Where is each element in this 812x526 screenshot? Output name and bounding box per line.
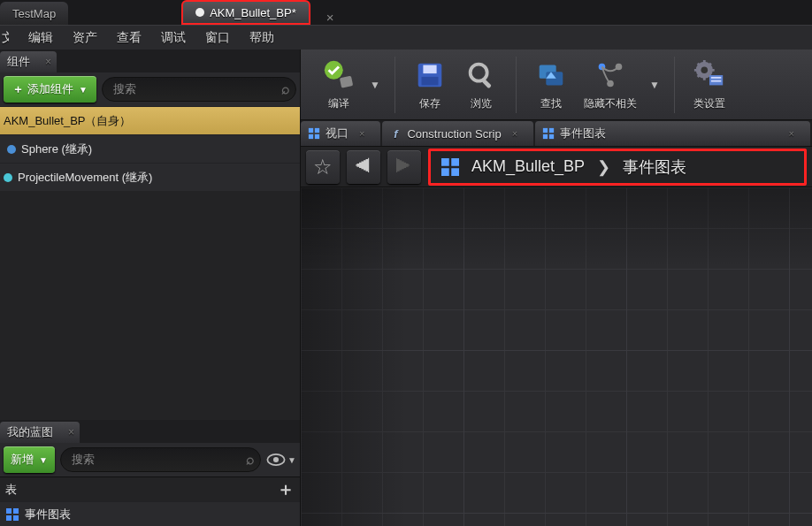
class-settings-button[interactable]: 类设置	[686, 57, 733, 111]
graph-tab-bar: 视口 × f Construction Scrip × 事件图表 ×	[301, 120, 812, 147]
chevron-down-icon: ▼	[39, 455, 48, 465]
menu-help[interactable]: 帮助	[249, 30, 274, 46]
main-toolbar: 编译 ▼ 保存 浏览	[301, 50, 812, 120]
chevron-down-icon[interactable]: ▼	[287, 455, 296, 465]
close-icon[interactable]: ×	[45, 56, 51, 68]
chevron-down-icon: ▼	[79, 85, 88, 95]
tree-root-self[interactable]: AKM_Bullet_BP（自身）	[0, 106, 300, 134]
svg-rect-5	[13, 515, 19, 521]
components-search-input[interactable]: 搜索 ⌕	[102, 77, 296, 102]
tab-label: 视口	[326, 126, 349, 141]
tree-label: 事件图表	[25, 507, 71, 522]
hide-unrelated-button[interactable]: 隐藏不相关	[578, 57, 642, 111]
svg-rect-2	[6, 508, 11, 514]
close-icon[interactable]: ×	[512, 128, 517, 139]
document-tab-bp[interactable]: AKM_Bullet_BP*	[181, 0, 310, 25]
svg-rect-24	[315, 128, 319, 133]
svg-rect-31	[441, 158, 449, 166]
tab-label: 事件图表	[560, 126, 606, 141]
svg-rect-29	[543, 134, 548, 139]
menu-edit[interactable]: 编辑	[28, 30, 53, 46]
graph-nav-bar: ☆ ⯇ ⯈ AKM_Bullet_BP ❯ 事件图表	[301, 147, 812, 187]
svg-rect-25	[309, 134, 313, 139]
chevron-right-icon: ❯	[597, 157, 610, 177]
button-label: 保存	[419, 96, 440, 111]
svg-rect-3	[13, 508, 19, 514]
graphs-section-header[interactable]: 表 ＋	[0, 476, 300, 501]
arrow-left-icon: ⯇	[355, 156, 372, 177]
add-graph-button[interactable]: ＋	[277, 477, 295, 501]
menu-debug[interactable]: 调试	[161, 30, 186, 46]
graph-icon	[542, 127, 555, 140]
svg-rect-14	[546, 72, 563, 85]
graph-item-eventgraph[interactable]: 事件图表	[0, 501, 300, 526]
breadcrumb-leaf[interactable]: 事件图表	[623, 156, 686, 178]
tree-item-projectile[interactable]: ProjectileMovement (继承)	[0, 163, 300, 191]
hide-unrelated-icon	[591, 57, 630, 93]
add-component-button[interactable]: ＋ 添加组件 ▼	[4, 76, 96, 103]
nav-forward-button[interactable]: ⯈	[387, 150, 421, 184]
tab-label: TestMap	[12, 7, 56, 20]
sphere-icon	[7, 145, 16, 154]
compile-button[interactable]: 编译	[315, 57, 363, 111]
graph-canvas[interactable]	[301, 187, 812, 526]
save-button[interactable]: 保存	[406, 57, 454, 111]
class-settings-icon	[690, 57, 729, 93]
menu-view[interactable]: 查看	[117, 30, 142, 46]
svg-rect-33	[441, 168, 449, 176]
projectile-icon	[4, 173, 12, 182]
close-icon[interactable]: ×	[789, 128, 794, 139]
editor-main: 编译 ▼ 保存 浏览	[301, 50, 812, 526]
svg-rect-21	[711, 77, 721, 79]
myblueprint-search-input[interactable]: 搜索 ⌕	[60, 447, 261, 472]
tab-construction-script[interactable]: f Construction Scrip ×	[382, 121, 533, 146]
components-tree: AKM_Bullet_BP（自身） Sphere (继承) Projectile…	[0, 106, 300, 191]
menu-bar: 文 编辑 资产 查看 调试 窗口 帮助	[0, 25, 812, 50]
svg-rect-26	[315, 134, 319, 139]
search-placeholder: 搜索	[72, 452, 95, 468]
document-tab-testmap[interactable]: TestMap	[0, 2, 68, 25]
breadcrumb-root[interactable]: AKM_Bullet_BP	[471, 157, 585, 176]
chevron-down-icon[interactable]: ▼	[366, 79, 384, 91]
viewport-icon	[308, 127, 320, 140]
svg-rect-30	[549, 134, 554, 139]
components-panel-tab[interactable]: 组件 ×	[0, 51, 57, 72]
svg-point-11	[471, 65, 487, 81]
svg-rect-9	[423, 65, 436, 74]
myblueprint-panel-tab[interactable]: 我的蓝图 ×	[0, 422, 80, 443]
close-tab-icon[interactable]: ×	[326, 10, 334, 25]
section-label: 表	[5, 482, 17, 498]
myblueprint-panel-header: 我的蓝图 ×	[0, 420, 300, 443]
svg-rect-12	[481, 79, 491, 88]
menu-asset[interactable]: 资产	[73, 30, 97, 46]
graph-icon	[441, 158, 459, 176]
function-icon: f	[389, 127, 402, 140]
svg-rect-4	[6, 515, 11, 521]
breadcrumb: AKM_Bullet_BP ❯ 事件图表	[428, 149, 807, 186]
svg-rect-27	[543, 128, 548, 133]
close-icon[interactable]: ×	[359, 128, 364, 139]
button-label: 编译	[328, 96, 349, 111]
svg-point-1	[273, 457, 279, 462]
nav-back-button[interactable]: ⯇	[347, 150, 380, 184]
svg-rect-28	[549, 128, 554, 133]
browse-button[interactable]: 浏览	[457, 57, 505, 111]
tab-viewport[interactable]: 视口 ×	[301, 121, 380, 146]
menu-window[interactable]: 窗口	[205, 30, 230, 46]
svg-rect-10	[421, 77, 438, 86]
add-new-button[interactable]: 新增 ▼	[4, 446, 55, 473]
svg-rect-23	[309, 128, 313, 133]
search-icon: ⌕	[281, 81, 290, 97]
menu-file[interactable]: 文	[2, 30, 9, 46]
svg-rect-22	[711, 80, 721, 82]
tree-item-sphere[interactable]: Sphere (继承)	[0, 134, 300, 163]
close-icon[interactable]: ×	[68, 426, 74, 438]
find-button[interactable]: 查找	[527, 57, 575, 111]
chevron-down-icon[interactable]: ▼	[646, 79, 663, 91]
tab-event-graph[interactable]: 事件图表 ×	[535, 121, 810, 146]
left-sidebar: 组件 × ＋ 添加组件 ▼ 搜索 ⌕ AKM_Bullet_BP（自身）	[0, 50, 301, 526]
blueprint-icon	[195, 8, 204, 17]
favorite-button[interactable]: ☆	[306, 150, 340, 184]
tab-label: AKM_Bullet_BP*	[210, 6, 296, 19]
visibility-icon[interactable]	[266, 454, 286, 466]
